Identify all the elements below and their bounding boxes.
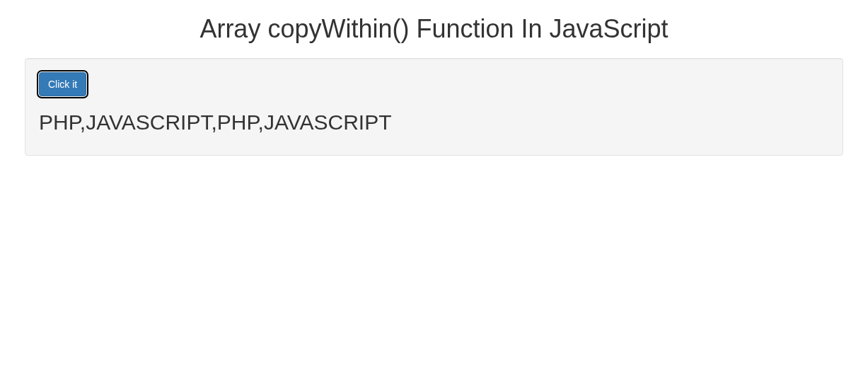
container: Array copyWithin() Function In JavaScrip… bbox=[0, 14, 868, 156]
output-text: PHP,JAVASCRIPT,PHP,JAVASCRIPT bbox=[39, 110, 829, 135]
click-it-button[interactable]: Click it bbox=[39, 72, 86, 96]
page-title: Array copyWithin() Function In JavaScrip… bbox=[25, 14, 843, 44]
well-panel: Click it PHP,JAVASCRIPT,PHP,JAVASCRIPT bbox=[25, 58, 843, 156]
